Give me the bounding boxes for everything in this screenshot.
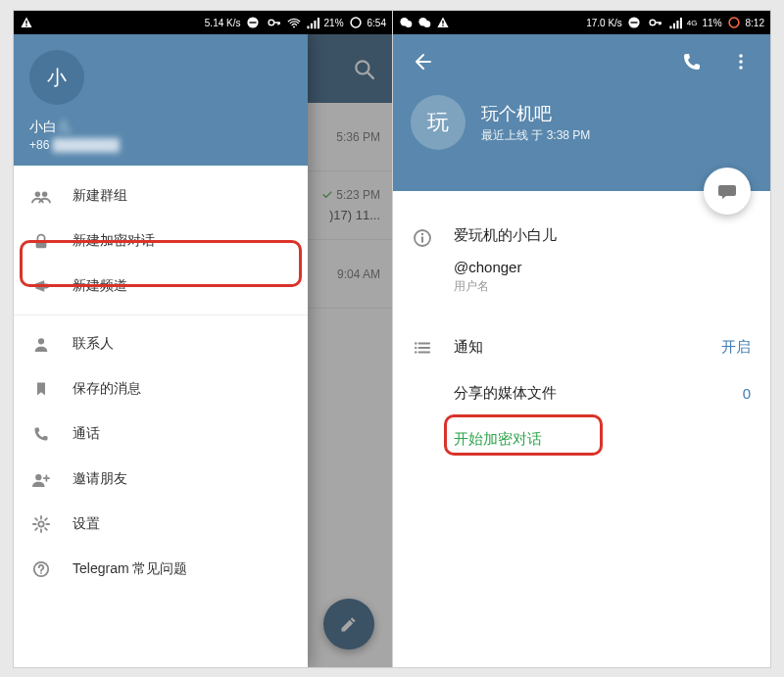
contact-icon — [31, 335, 51, 353]
shared-media-label: 分享的媒体文件 — [454, 384, 721, 403]
settings[interactable]: 设置 — [14, 502, 308, 547]
drawer-item-label: 新建频道 — [73, 277, 127, 295]
dnd-icon — [627, 16, 641, 29]
status-bar: 17.0 K/s 4G 11% 8:12 — [393, 11, 770, 34]
warning-icon — [436, 16, 450, 29]
key-icon — [265, 16, 282, 29]
wifi-icon — [287, 16, 301, 29]
profile-last-seen: 最近上线 于 3:38 PM — [481, 127, 590, 144]
username[interactable]: @chonger — [454, 259, 751, 275]
status-speed: 17.0 K/s — [586, 18, 622, 28]
drawer-item-label: 通话 — [73, 425, 100, 443]
user-avatar[interactable]: 小 — [29, 50, 84, 105]
help-icon — [31, 560, 51, 578]
shared-media-count: 0 — [743, 385, 751, 402]
status-network: 4G — [687, 19, 698, 27]
info-section: 爱玩机的小白儿 @chonger 用户名 — [393, 218, 770, 303]
notifications-label: 通知 — [454, 338, 700, 357]
signal-icon — [306, 16, 319, 29]
more-icon — [731, 52, 751, 72]
message-fab[interactable] — [704, 168, 751, 215]
lock-icon — [31, 232, 51, 250]
new-secret-chat[interactable]: 新建加密对话 — [14, 218, 308, 264]
wechat-icon — [417, 16, 431, 29]
signal-icon — [668, 16, 682, 29]
call-icon — [31, 425, 51, 443]
contacts[interactable]: 联系人 — [14, 321, 308, 366]
notifications-value: 开启 — [721, 338, 751, 357]
drawer-divider — [14, 314, 308, 315]
phone-left: 5.14 K/s 21% 6:54 5:36 PM 5:23 PM — [14, 11, 392, 667]
phone-right: 17.0 K/s 4G 11% 8:12 玩 玩个机吧 — [392, 11, 770, 667]
back-button[interactable] — [403, 42, 442, 81]
display-name: 爱玩机的小白儿 — [454, 226, 751, 245]
list-icon — [413, 339, 432, 357]
username-label: 用户名 — [454, 278, 751, 295]
profile-name: 玩个机吧 — [481, 102, 590, 125]
chat-icon — [717, 181, 737, 201]
saved-messages[interactable]: 保存的消息 — [14, 366, 308, 411]
drawer-item-label: 邀请朋友 — [73, 470, 127, 488]
drawer-item-label: 设置 — [73, 515, 100, 533]
faq[interactable]: Telegram 常见问题 — [14, 547, 308, 592]
user-phone: +86 ████████ — [29, 138, 292, 152]
clock-icon — [349, 16, 363, 29]
status-time: 8:12 — [746, 18, 764, 28]
megaphone-icon — [31, 277, 51, 295]
invite-friends[interactable]: 邀请朋友 — [14, 457, 308, 502]
invite-icon — [31, 470, 51, 488]
group-icon — [31, 186, 51, 206]
warning-icon — [20, 16, 33, 29]
back-icon — [412, 51, 433, 73]
start-secret-chat[interactable]: 开始加密对话 — [393, 416, 770, 462]
new-group[interactable]: 新建群组 — [14, 173, 308, 218]
profile-content: 爱玩机的小白儿 @chonger 用户名 通知 开启 分享的媒体文件 0 开始加… — [393, 191, 770, 462]
profile-avatar[interactable]: 玩 — [411, 95, 466, 150]
start-secret-chat-label: 开始加密对话 — [454, 430, 751, 449]
call-icon — [681, 51, 703, 73]
drawer-header: 小 小白儿 +86 ████████ — [14, 34, 308, 166]
notifications-row[interactable]: 通知 开启 — [393, 324, 770, 370]
drawer-item-label: 新建加密对话 — [73, 232, 155, 250]
user-name: 小白儿 — [29, 119, 292, 136]
settings-icon — [31, 515, 51, 533]
status-time: 6:54 — [368, 18, 386, 28]
drawer-list: 新建群组 新建加密对话 新建频道 联系人 保存的消息 — [14, 166, 308, 600]
key-icon — [646, 16, 663, 29]
wechat-icon — [399, 16, 413, 29]
status-battery: 21% — [324, 18, 344, 28]
clock-icon — [727, 16, 741, 29]
drawer-item-label: Telegram 常见问题 — [73, 560, 187, 578]
drawer-item-label: 保存的消息 — [73, 380, 141, 398]
calls[interactable]: 通话 — [14, 411, 308, 457]
bookmark-icon — [31, 380, 51, 398]
drawer-item-label: 新建群组 — [73, 187, 127, 205]
status-battery: 11% — [703, 18, 722, 28]
status-speed: 5.14 K/s — [205, 18, 241, 28]
navigation-drawer: 小 小白儿 +86 ████████ 新建群组 新建加密对话 新建频道 — [14, 34, 308, 667]
new-channel[interactable]: 新建频道 — [14, 264, 308, 309]
drawer-item-label: 联系人 — [73, 335, 114, 353]
call-button[interactable] — [672, 42, 711, 81]
profile-header: 玩 玩个机吧 最近上线 于 3:38 PM — [393, 34, 770, 191]
info-icon — [413, 226, 432, 295]
status-bar: 5.14 K/s 21% 6:54 — [14, 11, 392, 34]
dnd-icon — [246, 16, 260, 29]
more-button[interactable] — [721, 42, 760, 81]
shared-media-row[interactable]: 分享的媒体文件 0 — [393, 370, 770, 416]
